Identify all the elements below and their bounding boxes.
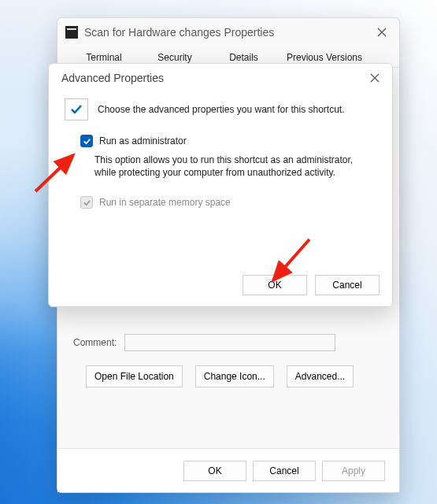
cancel-button[interactable]: Cancel	[253, 461, 316, 481]
instruction-row: Choose the advanced properties you want …	[65, 98, 378, 120]
run-as-admin-checkbox[interactable]	[80, 135, 93, 147]
apply-button[interactable]: Apply	[322, 461, 385, 481]
run-separate-checkbox	[80, 196, 93, 209]
comment-row: Comment:	[73, 334, 335, 351]
dialog-footer: OK Cancel	[243, 275, 380, 295]
advanced-button[interactable]: Advanced...	[287, 365, 354, 387]
open-file-location-button[interactable]: Open File Location	[86, 365, 183, 387]
properties-footer: OK Cancel Apply	[57, 448, 399, 492]
app-icon	[65, 26, 78, 39]
dialog-titlebar: Advanced Properties	[49, 64, 392, 92]
close-icon[interactable]	[369, 20, 394, 45]
comment-field[interactable]	[124, 334, 335, 351]
dialog-title: Advanced Properties	[61, 72, 164, 84]
run-separate-label: Run in separate memory space	[99, 197, 231, 208]
window-title: Scan for Hardware changes Properties	[84, 26, 274, 39]
comment-label: Comment:	[73, 337, 117, 348]
run-separate-row: Run in separate memory space	[80, 196, 378, 209]
titlebar: Scan for Hardware changes Properties	[57, 18, 399, 46]
run-as-admin-row: Run as administrator	[80, 135, 378, 147]
run-as-admin-label: Run as administrator	[99, 135, 187, 146]
close-icon[interactable]	[362, 65, 387, 91]
run-as-admin-description: This option allows you to run this short…	[94, 154, 354, 179]
cancel-button[interactable]: Cancel	[315, 275, 380, 295]
checkmark-icon	[65, 98, 88, 120]
instruction-text: Choose the advanced properties you want …	[98, 104, 345, 115]
change-icon-button[interactable]: Change Icon...	[195, 365, 274, 387]
advanced-properties-dialog: Advanced Properties Choose the advanced …	[48, 63, 393, 307]
ok-button[interactable]: OK	[183, 461, 246, 481]
ok-button[interactable]: OK	[243, 275, 307, 295]
